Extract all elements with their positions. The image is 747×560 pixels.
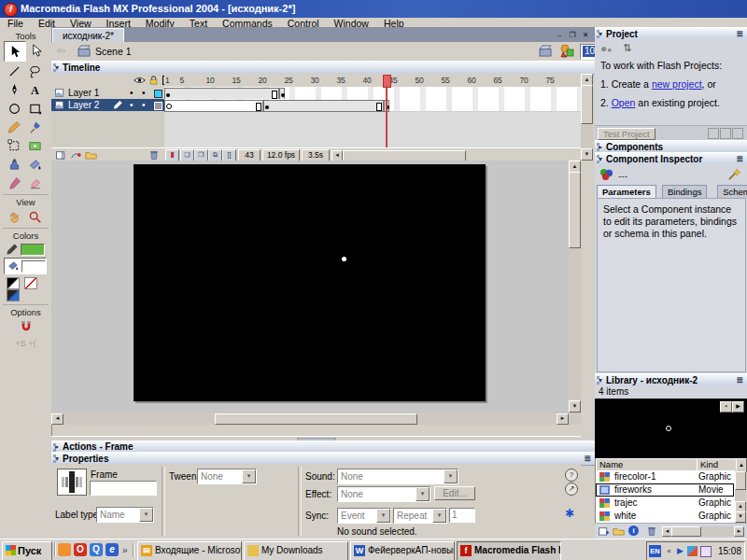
library-item-fireworks[interactable]: fireworksMovie Clip — [596, 483, 734, 497]
stage-area[interactable]: ▲ ▼ ◄ ► — [51, 161, 581, 425]
pen-tool[interactable] — [4, 80, 24, 99]
smooth-icon[interactable]: +( — [28, 339, 35, 348]
timeline-vscroll-thumb[interactable] — [581, 85, 593, 124]
taskbar-button-2[interactable]: My Downloads — [244, 541, 348, 560]
eyedropper-tool[interactable] — [4, 174, 24, 192]
library-scroll-right[interactable]: ► — [734, 526, 744, 537]
layer-row-layer-1[interactable]: Layer 1•• — [51, 87, 164, 100]
tab-parameters[interactable]: Parameters — [597, 185, 656, 199]
help-icon[interactable]: ? — [565, 469, 578, 482]
library-vscroll-thumb[interactable] — [735, 471, 746, 490]
library-item-trajec[interactable]: trajecGraphic — [596, 497, 734, 510]
tween-dropdown[interactable]: None▼ — [197, 469, 257, 484]
free-transform-tool[interactable] — [4, 136, 24, 155]
selection-tool[interactable] — [4, 41, 26, 62]
edit-sound-button[interactable]: Edit... — [434, 486, 475, 500]
label-type-dropdown[interactable]: Name▼ — [96, 507, 154, 523]
fill-transform-tool[interactable] — [24, 136, 45, 155]
sync-repeat-dropdown[interactable]: Repeat▼ — [393, 508, 447, 524]
stroke-color-swatch[interactable] — [21, 244, 45, 256]
back-icon[interactable]: ⇦ — [57, 45, 65, 57]
tab-bindings[interactable]: Bindings — [662, 185, 707, 199]
text-tool[interactable]: A — [24, 80, 45, 99]
taskbar-button-3[interactable]: WФейерверкАП-новый - ... — [350, 541, 455, 560]
timeline-panel-header[interactable]: ▼Timeline — [51, 61, 595, 75]
project-connect-icon[interactable]: ●● — [600, 42, 612, 55]
project-menu-icon[interactable]: ≣ — [736, 29, 743, 39]
stage-hscroll-thumb[interactable] — [215, 413, 417, 425]
stage-scroll-left[interactable]: ◄ — [51, 413, 63, 425]
layer-outline-color[interactable] — [154, 90, 162, 98]
open-project-link[interactable]: Open — [612, 97, 636, 108]
doc-minimize-button[interactable]: – — [554, 30, 565, 40]
stage-white-dot[interactable] — [342, 257, 346, 261]
stroke-color-row[interactable] — [4, 242, 47, 257]
publish-settings-icon[interactable]: ↗ — [565, 483, 578, 496]
stage-vscrollbar[interactable]: ▲ ▼ — [569, 161, 581, 425]
layer-visibility-dot[interactable]: • — [130, 99, 134, 111]
snap-to-objects-magnet-icon[interactable] — [19, 319, 34, 334]
loop-count-input[interactable]: 1 — [449, 508, 475, 523]
default-colors-button[interactable] — [7, 277, 20, 289]
tab-schema[interactable]: Schema — [717, 185, 747, 199]
frame-span[interactable] — [263, 100, 384, 112]
rectangle-tool[interactable] — [24, 99, 45, 118]
layer-row-layer-2[interactable]: Layer 2•• — [51, 99, 164, 111]
frame-span[interactable] — [164, 100, 263, 112]
lasso-tool[interactable] — [24, 62, 45, 80]
internet-explorer-icon[interactable]: e — [106, 543, 119, 556]
delete-layer-trash-button[interactable] — [148, 149, 160, 161]
layer-outline-color[interactable] — [154, 102, 162, 110]
insert-layer-folder-button[interactable] — [85, 149, 97, 161]
tray-icon-2[interactable] — [700, 546, 712, 557]
show-hide-layers-eye-icon[interactable] — [134, 76, 146, 85]
scene-name[interactable]: Scene 1 — [95, 46, 132, 57]
taskbar-button-1[interactable]: ✉Входящие - Microsoft O... — [137, 541, 242, 560]
new-project-link[interactable]: new project — [652, 78, 702, 90]
doc-restore-button[interactable]: ❐ — [567, 30, 578, 40]
eraser-tool[interactable] — [24, 174, 45, 192]
tray-icon-1[interactable] — [687, 546, 698, 556]
fill-color-swatch[interactable] — [21, 260, 46, 273]
opera-icon[interactable]: O — [74, 543, 87, 556]
stage-hscrollbar[interactable]: ◄ ► — [51, 413, 569, 425]
library-item-firecolor-1[interactable]: firecolor-1Graphic — [596, 470, 734, 483]
layer-lock-dot[interactable]: • — [142, 87, 146, 99]
sync-dropdown[interactable]: Event▼ — [337, 508, 391, 524]
add-motion-guide-button[interactable] — [70, 149, 82, 161]
ink-bottle-tool[interactable] — [4, 155, 24, 174]
library-scroll-down[interactable]: ▼ — [735, 511, 746, 523]
oval-tool[interactable] — [4, 99, 24, 118]
frames-row-1[interactable] — [164, 87, 581, 100]
straighten-icon[interactable]: +S — [15, 339, 25, 348]
menu-file[interactable]: File — [0, 18, 31, 29]
stage-canvas[interactable] — [134, 164, 486, 401]
stage-vscroll-thumb[interactable] — [569, 172, 581, 248]
library-menu-icon[interactable]: ≣ — [736, 375, 743, 385]
snap-indicator-icon[interactable]: ✱ — [565, 507, 574, 520]
language-indicator[interactable]: EN — [649, 545, 661, 557]
project-new-folder-icon[interactable] — [708, 128, 719, 139]
library-preview-stop-button[interactable]: ▪ — [720, 401, 732, 413]
line-tool[interactable] — [4, 62, 24, 80]
insert-layer-button[interactable] — [55, 149, 67, 161]
pencil-tool[interactable] — [4, 118, 24, 136]
hand-tool[interactable] — [4, 207, 24, 226]
library-hscroll-thumb[interactable] — [671, 526, 701, 537]
library-properties-button[interactable]: i — [628, 525, 639, 536]
fill-color-row[interactable] — [4, 258, 47, 274]
library-new-folder-button[interactable] — [613, 525, 625, 537]
library-vscrollbar[interactable]: ▲ ▼ — [735, 470, 746, 523]
library-preview-play-button[interactable]: ▶ — [732, 401, 744, 413]
ci-menu-icon[interactable]: ≣ — [736, 154, 743, 164]
media-player-tray-icon[interactable]: ▶ — [674, 545, 686, 557]
stage-scroll-right[interactable]: ► — [557, 413, 569, 425]
start-button[interactable]: Пуск — [2, 541, 52, 560]
test-project-button[interactable]: Test Project — [598, 128, 655, 140]
lock-layers-icon[interactable] — [148, 75, 159, 86]
messenger-icon[interactable] — [58, 543, 71, 556]
effect-dropdown[interactable]: None▼ — [337, 486, 430, 502]
zoom-tool[interactable] — [24, 207, 45, 226]
taskbar-button-4[interactable]: fMacromedia Flash MX... — [457, 541, 561, 560]
paint-bucket-tool[interactable] — [24, 155, 45, 174]
